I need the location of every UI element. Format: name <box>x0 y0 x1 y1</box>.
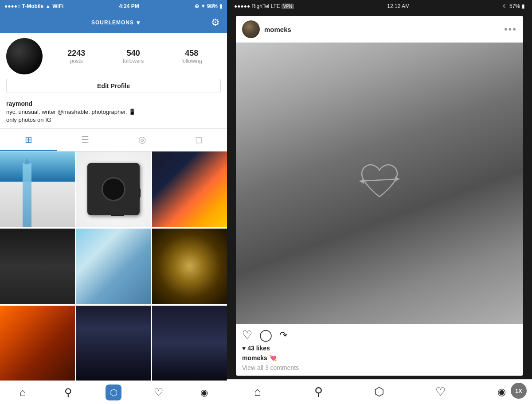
battery-right: 57% <box>509 3 520 9</box>
search-icon: ⚲ <box>64 386 72 399</box>
tab-list[interactable]: ☰ <box>57 129 113 151</box>
bio-name: raymond <box>6 100 221 107</box>
view-comments-link[interactable]: View all 3 comments <box>236 363 523 376</box>
chevron-down-icon: ▾ <box>137 19 140 26</box>
building-top <box>24 158 30 164</box>
right-wrapper: momeks ••• <box>227 12 532 404</box>
right-camera-icon: ⬡ <box>374 385 384 399</box>
right-bottom-nav: ⌂ ⚲ ⬡ ♡ ◉ <box>227 379 532 404</box>
right-carrier: ●●●●● RighTel LTE VPN <box>234 3 294 9</box>
right-home-icon: ⌂ <box>254 385 261 399</box>
building-shape <box>23 163 31 227</box>
profile-username-nav[interactable]: SOURLEMONS ▾ <box>91 19 140 26</box>
carrier-dots-icon: ●●●●● <box>234 3 250 9</box>
username-label: SOURLEMONS <box>91 19 134 26</box>
nav-profile[interactable]: ◉ <box>182 382 227 402</box>
post-header: momeks ••• <box>236 16 523 43</box>
home-icon: ⌂ <box>20 386 26 399</box>
edit-profile-button[interactable]: Edit Profile <box>6 79 221 93</box>
tab-location[interactable]: ◎ <box>113 129 170 151</box>
avatar <box>6 38 43 74</box>
location-pin-icon: ◎ <box>138 134 146 145</box>
grid-item[interactable] <box>152 229 227 303</box>
profile-section: 2243 posts 540 followers 458 following E… <box>0 33 227 97</box>
following-stat[interactable]: 458 following <box>181 49 202 64</box>
post-card: momeks ••• <box>236 16 523 376</box>
list-icon: ☰ <box>81 134 89 145</box>
nav-activity[interactable]: ♡ <box>136 382 181 402</box>
camera-lens <box>102 177 125 201</box>
grid-item[interactable] <box>0 152 75 226</box>
signal-icon: ▲ <box>45 3 51 9</box>
status-bar-left: ●●●●○ T-Mobile ▲ WiFi 4:24 PM ⊕ ✦ 98% ▮ <box>0 0 227 12</box>
like-button[interactable]: ♡ <box>242 328 252 342</box>
post-more-button[interactable]: ••• <box>504 23 517 35</box>
post-image-content <box>236 43 523 324</box>
bluetooth-icon: ✦ <box>201 3 205 9</box>
wifi-icon: WiFi <box>52 3 63 9</box>
profile-bio: raymond nyc. unusual. writer @mashable. … <box>0 97 227 128</box>
status-bar-carrier: ●●●●○ T-Mobile ▲ WiFi <box>4 3 63 9</box>
posts-label: posts <box>70 58 83 64</box>
person-tag-icon: ◻ <box>195 134 203 145</box>
right-nav-camera[interactable]: ⬡ <box>349 380 410 404</box>
camera-shape <box>87 163 140 216</box>
right-nav-heart[interactable]: ♡ <box>410 380 471 404</box>
tab-tag[interactable]: ◻ <box>170 129 227 151</box>
nav-home[interactable]: ⌂ <box>0 382 45 402</box>
battery-percent: 98% <box>207 3 218 9</box>
post-avatar[interactable] <box>242 20 260 38</box>
post-actions: ♡ ◯ ↷ <box>236 324 523 345</box>
likes-number: 43 likes <box>247 345 270 352</box>
battery-shape-icon: ▮ <box>522 3 525 9</box>
camera-active-bg: ⬡ <box>106 385 121 400</box>
grid-item[interactable] <box>76 152 151 226</box>
grid-item[interactable] <box>76 306 151 381</box>
bottom-nav: ⌂ ⚲ ⬡ ♡ ◉ <box>0 382 227 404</box>
zoom-badge[interactable]: 1X <box>511 383 527 399</box>
post-username[interactable]: momeks <box>264 26 291 33</box>
status-time: 4:24 PM <box>119 3 139 9</box>
caption-username[interactable]: momeks <box>242 354 267 361</box>
likes-count: ♥ 43 likes <box>236 345 523 354</box>
camera-icon: ⬡ <box>110 387 117 398</box>
right-nav-home[interactable]: ⌂ <box>227 380 288 404</box>
posts-count: 2243 <box>67 49 85 58</box>
moon-icon: ☾ <box>503 3 508 9</box>
right-search-icon: ⚲ <box>314 385 323 399</box>
left-panel: ●●●●○ T-Mobile ▲ WiFi 4:24 PM ⊕ ✦ 98% ▮ … <box>0 0 227 404</box>
settings-gear-icon[interactable]: ⚙ <box>211 17 220 28</box>
followers-count: 540 <box>127 49 140 58</box>
svg-marker-1 <box>395 176 399 182</box>
followers-stat[interactable]: 540 followers <box>123 49 144 64</box>
heart-filled-icon: ♥ <box>242 345 246 352</box>
svg-line-0 <box>360 179 399 181</box>
grid-item[interactable] <box>152 152 227 226</box>
comment-button[interactable]: ◯ <box>259 328 272 342</box>
grid-item[interactable] <box>0 229 75 303</box>
grid-item[interactable] <box>76 229 151 303</box>
stats-row: 2243 posts 540 followers 458 following <box>49 49 221 64</box>
right-nav-search[interactable]: ⚲ <box>288 380 349 404</box>
status-bar-right: ⊕ ✦ 98% ▮ <box>195 3 223 9</box>
post-caption: momeks 💘 <box>236 354 523 363</box>
share-button[interactable]: ↷ <box>279 330 287 341</box>
carrier-name: RighTel LTE <box>251 3 280 9</box>
avatar-image <box>6 38 43 74</box>
photo-overlay <box>0 152 75 226</box>
nav-search[interactable]: ⚲ <box>45 382 90 402</box>
caption-emoji: 💘 <box>269 354 277 361</box>
bio-line1: nyc. unusual. writer @mashable. photogra… <box>6 108 221 116</box>
grid-item[interactable] <box>0 306 75 381</box>
svg-marker-2 <box>360 179 364 184</box>
tab-grid[interactable]: ⊞ <box>0 129 57 151</box>
grid-item[interactable] <box>152 306 227 381</box>
right-status-bar: ●●●●● RighTel LTE VPN 12:12 AM ☾ 57% ▮ <box>227 0 532 12</box>
nav-camera[interactable]: ⬡ <box>91 382 136 402</box>
location-icon: ⊕ <box>195 3 199 9</box>
bio-line2: only photos on IG <box>6 116 221 124</box>
right-profile-icon: ◉ <box>497 386 506 398</box>
posts-stat[interactable]: 2243 posts <box>67 49 85 64</box>
post-avatar-image <box>242 20 260 38</box>
right-heart-icon: ♡ <box>435 385 446 399</box>
